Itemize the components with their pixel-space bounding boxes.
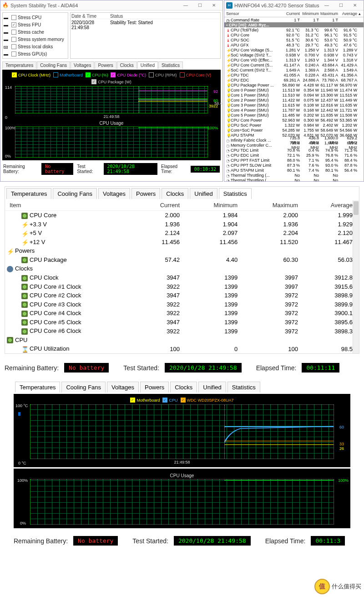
tab-temperatures[interactable]: Temperatures [2,61,36,69]
checkbox[interactable] [53,72,58,77]
tab-cooling-fans[interactable]: Cooling Fans [37,61,70,69]
category-row[interactable]: Clocks [5,264,359,273]
checkbox[interactable] [11,37,16,42]
tab-powers[interactable]: Powers [95,61,116,69]
sensor-row[interactable]: 💡CPU Package Power ...56.890 W4.428 W61.… [224,82,364,87]
close-button[interactable]: ✕ [207,1,221,10]
col-min[interactable]: Minimum [300,11,319,16]
sensor-row[interactable]: ⚡CPU TDC41.055 A0.228 A43.431 A41.356 A [224,72,364,77]
sensor-row[interactable]: ⚡CPU Core Current (S...41.147 A0.240 A43… [224,62,364,67]
sensor-row[interactable]: ◔APU STAPM Limit80.1 %7.4 %80.1 %56.4 % [224,168,364,173]
legend-item[interactable]: ✓CPU Diode (°C) [111,72,146,77]
legend-item[interactable]: ✓CPU (%) [86,72,108,77]
tab-statistics[interactable]: Statistics [158,61,183,69]
sensor-row[interactable]: ◔CPU EDC Limit72.1 %25.9 %76.8 %71.6 % [224,153,364,158]
legend-item[interactable]: Motherboard [53,72,83,77]
table-row[interactable]: CPU Core #6 Clock3922139939723898.3 [5,327,359,336]
table-row[interactable]: CPU Clock3947139939973912.8 [5,273,359,282]
sensor-row[interactable]: ⚡SoC Current (SVI2 T...1.649 A1.369 A2.5… [224,67,364,72]
category-label[interactable]: ▪ CPU [#0]: AMD Ryz... [226,23,281,27]
legend-item[interactable]: ✓Motherboard [130,398,160,403]
checkbox[interactable] [11,15,16,20]
maximize-button[interactable]: ☐ [193,1,207,10]
tab-voltages[interactable]: Voltages [98,188,130,199]
col-average[interactable]: Average [304,200,359,211]
sensor-row[interactable]: 💡Core 0 Power (SMU)11.513 W0.354 W11.940… [224,87,364,92]
close-button[interactable]: ✕ [348,1,362,10]
tab-powers[interactable]: Powers [131,188,160,199]
sensor-row[interactable]: ◔CPU PPT FAST Limit88.0 %7.1 %95.4 %88.4… [224,158,364,163]
table-row[interactable]: CPU Core #2 Clock3947139939723898.9 [5,291,359,300]
tab-clocks[interactable]: Clocks [117,61,137,69]
sensor-row[interactable]: 💡CPU SoC Power1.322 W0.984 W2.402 W1.202… [224,122,364,128]
hwinfo-sensor-list[interactable]: ◷Command Rate1 T1 T1 T▪ CPU [#0]: AMD Ry… [224,17,364,181]
legend-item[interactable]: ✓CPU [162,398,177,403]
checkbox[interactable]: ✓ [91,79,96,84]
sensor-row[interactable]: ◷Memory Controller C...735.8 MHz436.8 MH… [224,143,364,148]
sensor-row[interactable]: 💡Core 1 Power (SMU)11.510 W0.094 W13.300… [224,92,364,97]
table-row[interactable]: CPU Core #4 Clock3922139939723900.1 [5,309,359,318]
sensor-row[interactable]: ⚡SoC Voltage (SVI2 T...0.938 V0.700 V0.9… [224,52,364,57]
legend-item[interactable]: CPU (RPM) [149,72,177,77]
tab-clocks[interactable]: Clocks [170,382,197,393]
aida64-titlebar[interactable]: 🔥 System Stability Test - AIDA64 — ☐ ✕ [0,0,222,10]
sensor-row[interactable]: ⚡CPU Core VID (Effec...1.313 V1.263 V1.3… [224,57,364,62]
tab-unified[interactable]: Unified [190,188,217,199]
checkbox[interactable] [180,72,185,77]
sensor-row[interactable]: 💡Core 4 Power (SMU)11.787 W0.168 W12.442… [224,107,364,112]
legend-item[interactable]: ✓CPU Package (W) [91,79,131,84]
scroll-thumb[interactable] [354,201,359,215]
table-row[interactable]: CPU Core2.0001.9842.0001.999 [5,211,359,220]
col-max[interactable]: Maximum [319,11,338,16]
col-current[interactable]: Current [135,200,186,211]
checkbox[interactable]: ✓ [12,72,17,77]
sensor-row[interactable]: 🌡CPU (Tctl/Tdie)92.1 °C31.3 °C99.6 °C91.… [224,27,364,32]
tab-statistics[interactable]: Statistics [228,382,260,393]
sensor-row[interactable]: ◔Thermal Throttling (...NoNoNo [224,178,364,181]
col-current[interactable]: Current [281,11,300,16]
category-row[interactable]: CPU [5,336,359,345]
sensor-row[interactable]: 🌡CPU SOC51.5 °C30.6 °C53.0 °C50.9 °C [224,37,364,42]
checkbox[interactable]: ✓ [86,72,91,77]
sensor-row[interactable]: 💡Core 2 Power (SMU)11.422 W0.075 W12.437… [224,97,364,102]
maximize-button[interactable]: ☐ [334,1,348,10]
tab-cooling-fans[interactable]: Cooling Fans [53,188,97,199]
table-row[interactable]: CPU Core #3 Clock3922139939723899.9 [5,300,359,309]
tab-clocks[interactable]: Clocks [162,188,188,199]
table-row[interactable]: ⚡+3.3 V1.9361.9041.9361.929 [5,220,359,229]
col-item[interactable]: Item [5,200,135,211]
sensor-row[interactable]: ◔CPU PPT SLOW Limit87.3 %7.6 %93.0 %87.8… [224,163,364,168]
col-avg[interactable]: Average [338,11,357,16]
chevron-up-icon[interactable]: ▴ [357,11,362,16]
checkbox[interactable]: ✓ [181,398,186,403]
tab-voltages[interactable]: Voltages [107,382,139,393]
tab-voltages[interactable]: Voltages [71,61,94,69]
tab-powers[interactable]: Powers [140,382,169,393]
col-minimum[interactable]: Minimum [186,200,244,211]
tab-unified[interactable]: Unified [198,382,226,393]
hwinfo-titlebar[interactable]: H HWiNFO64 v6.32-4270 Sensor Status — ☐ … [224,0,364,10]
table-row[interactable]: ⌛CPU Utilization100010098.5 [5,344,359,353]
sensor-row[interactable]: 💡Core 5 Power (SMU)11.485 W0.202 W11.835… [224,112,364,117]
sensor-row[interactable]: ◔Thermal Throttling (...NoNoNo [224,173,364,178]
checkbox[interactable]: ✓ [11,22,16,27]
table-row[interactable]: CPU Core #1 Clock3922139939973915.6 [5,282,359,291]
checkbox[interactable] [11,51,16,56]
table-row[interactable]: CPU Core #5 Clock3947139939723895.6 [5,318,359,327]
sensor-row[interactable]: ⚡CPU EDC69.261 A24.886 A73.760 A68.767 A [224,77,364,82]
sensor-row[interactable]: 💡Core+SoC Power54.285 W1.755 W58.649 W54… [224,128,364,133]
sensor-row[interactable]: 🌡APU GFX48.3 °C29.7 °C49.3 °C47.6 °C [224,42,364,47]
legend-item[interactable]: ✓WDC WD20SPZX-08UA7 [181,398,234,403]
table-row[interactable]: CPU Package57.424.4060.3056.03 [5,255,359,265]
checkbox[interactable] [11,30,16,35]
checkbox[interactable]: ✓ [162,398,167,403]
tab-unified[interactable]: Unified [137,61,158,69]
checkbox[interactable] [149,72,154,77]
minimize-button[interactable]: — [320,1,334,10]
table-row[interactable]: ⚡+12 V11.45611.45611.52011.467 [5,238,359,247]
legend-item[interactable]: CPU Core (V) [180,72,212,77]
sensor-row[interactable]: ⚡CPU Core Voltage (S...1.281 V1.250 V1.3… [224,47,364,52]
sensor-row[interactable]: 💡CPU Core Power52.963 W0.300 W56.492 W53… [224,117,364,122]
sensor-row[interactable]: 🌡CPU Core92.0 °C31.2 °C96.1 °C91.5 °C [224,32,364,37]
checkbox[interactable]: ✓ [130,398,135,403]
